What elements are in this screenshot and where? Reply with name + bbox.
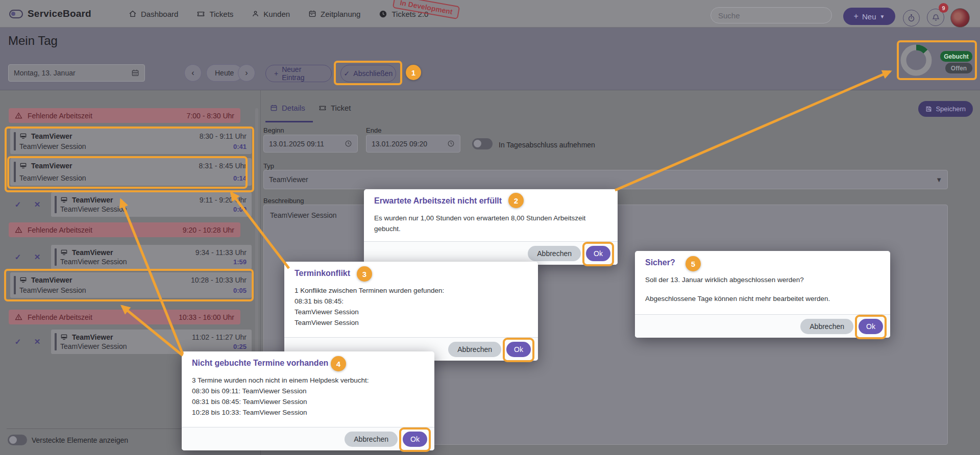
dialog-body: Es wurden nur 1,00 Stunden von erwartete… bbox=[364, 206, 596, 235]
session-title: TeamViewer bbox=[31, 276, 72, 284]
dialog-text: Es wurden nur 1,00 Stunden von erwartete… bbox=[374, 213, 586, 235]
session-time: 9:11 - 9:20 Uhr bbox=[200, 196, 247, 204]
active-tab-underline bbox=[265, 121, 313, 122]
list-item-session[interactable]: TeamViewer 9:11 - 9:20 Uhr TeamViewer Se… bbox=[51, 192, 252, 217]
type-select[interactable]: TeamViewer ▼ bbox=[263, 170, 948, 189]
dialog-conflict: Terminkonflikt 3 1 Konflikte zwischen Te… bbox=[284, 262, 538, 361]
today-button[interactable]: Heute bbox=[206, 64, 242, 82]
dialog-footer: Abbrechen Ok bbox=[182, 427, 434, 450]
cancel-button[interactable]: Abbrechen bbox=[345, 432, 398, 447]
list-item-missing-worktime[interactable]: Fehlende Arbeitszeit 10:33 - 16:00 Uhr bbox=[9, 310, 240, 324]
timer-button[interactable] bbox=[903, 10, 920, 27]
end-input[interactable]: 13.01.2025 09:20 bbox=[366, 135, 460, 153]
list-item-session[interactable]: TeamViewer 8:31 - 8:45 Uhr TeamViewer Se… bbox=[10, 158, 252, 186]
new-button-label: Neu bbox=[862, 12, 876, 21]
dialog-text: 1 Konflikte zwischen Terminen wurden gef… bbox=[295, 286, 528, 296]
session-subtitle: TeamViewer Session bbox=[60, 342, 127, 350]
dialog-title: Nicht gebuchte Termine vorhanden bbox=[182, 351, 434, 368]
chevron-down-icon: ▼ bbox=[936, 176, 942, 184]
dismiss-entry-icon[interactable]: ✕ bbox=[33, 200, 42, 209]
dialog-body: Soll der 13. Januar wirklich abgeschloss… bbox=[635, 267, 890, 305]
ok-button[interactable]: Ok bbox=[859, 319, 883, 334]
session-subtitle: TeamViewer Session bbox=[60, 205, 127, 213]
session-subtitle: TeamViewer Session bbox=[19, 142, 86, 150]
serviceboard-app: ServiceBoard Dashboard Tickets Kunden Ze… bbox=[0, 0, 980, 455]
nav-label: Kunden bbox=[263, 10, 290, 18]
chevron-down-icon: ▼ bbox=[879, 14, 885, 19]
floppy-icon bbox=[925, 106, 932, 112]
list-item-session[interactable]: TeamViewer 10:28 - 10:33 Uhr TeamViewer … bbox=[10, 272, 252, 298]
list-item-session[interactable]: TeamViewer 11:02 - 11:27 Uhr TeamViewer … bbox=[51, 330, 252, 354]
hidden-elements-toggle[interactable] bbox=[8, 435, 27, 445]
cancel-button[interactable]: Abbrechen bbox=[448, 342, 501, 357]
nav-item-zeitplanung[interactable]: Zeitplanung bbox=[308, 10, 360, 18]
navbar: ServiceBoard Dashboard Tickets Kunden Ze… bbox=[0, 0, 980, 28]
warning-time: 10:33 - 16:00 Uhr bbox=[179, 313, 234, 321]
nav-item-dashboard[interactable]: Dashboard bbox=[129, 10, 178, 18]
list-item-missing-worktime[interactable]: Fehlende Arbeitszeit 7:00 - 8:30 Uhr bbox=[9, 108, 240, 123]
session-time: 10:28 - 10:33 Uhr bbox=[191, 276, 247, 284]
save-button[interactable]: Speichern bbox=[918, 101, 973, 117]
cancel-button[interactable]: Abbrechen bbox=[528, 246, 581, 261]
dismiss-entry-icon[interactable]: ✕ bbox=[33, 252, 42, 262]
plus-icon: + bbox=[274, 69, 278, 78]
warning-icon bbox=[15, 226, 22, 234]
clock-filled-icon bbox=[379, 10, 387, 18]
monitor-icon bbox=[19, 162, 27, 169]
list-item-session-row: ✓ ✕ TeamViewer 9:11 - 9:20 Uhr TeamViewe… bbox=[13, 192, 252, 217]
session-subtitle: TeamViewer Session bbox=[19, 286, 86, 294]
tab-ticket[interactable]: Ticket bbox=[318, 104, 351, 112]
ok-button[interactable]: Ok bbox=[506, 342, 531, 357]
step-badge: 2 bbox=[508, 193, 524, 208]
date-picker-input[interactable]: Montag, 13. Januar bbox=[8, 64, 145, 82]
monitor-icon bbox=[60, 196, 68, 204]
person-icon bbox=[252, 10, 259, 18]
day-close-toggle[interactable] bbox=[472, 138, 493, 149]
begin-label: Beginn bbox=[263, 127, 284, 134]
avatar[interactable] bbox=[950, 8, 970, 28]
dialog-unbooked-appointments: Nicht gebuchte Termine vorhanden 4 3 Ter… bbox=[182, 351, 434, 450]
new-entry-button[interactable]: + Neuer Eintrag bbox=[265, 65, 332, 82]
confirm-entry-icon[interactable]: ✓ bbox=[13, 252, 22, 262]
today-label: Heute bbox=[215, 69, 234, 77]
search-input[interactable] bbox=[710, 7, 832, 23]
list-item-missing-worktime[interactable]: Fehlende Arbeitszeit 9:20 - 10:28 Uhr bbox=[9, 222, 240, 237]
dialog-text: 08:31 bis 08:45: TeamViewer Session bbox=[192, 397, 424, 408]
begin-input[interactable]: 13.01.2025 09:11 bbox=[263, 135, 358, 153]
session-time: 9:34 - 11:33 Uhr bbox=[195, 248, 247, 257]
new-button[interactable]: + Neu ▼ bbox=[843, 8, 895, 25]
prev-day-button[interactable]: ‹ bbox=[184, 64, 202, 82]
session-duration: 1:59 bbox=[233, 258, 247, 266]
dismiss-entry-icon[interactable]: ✕ bbox=[33, 337, 42, 346]
cancel-button[interactable]: Abbrechen bbox=[800, 319, 853, 334]
nav-item-tickets[interactable]: Tickets bbox=[197, 10, 233, 18]
next-day-button[interactable]: › bbox=[238, 64, 255, 82]
list-item-session[interactable]: TeamViewer 8:30 - 9:11 Uhr TeamViewer Se… bbox=[10, 129, 252, 154]
monitor-icon bbox=[60, 334, 68, 341]
close-day-button[interactable]: ✓ Abschließen bbox=[340, 65, 396, 82]
monitor-icon bbox=[19, 276, 27, 284]
list-item-session-row: ✓ ✕ TeamViewer 11:02 - 11:27 Uhr TeamVie… bbox=[13, 330, 252, 354]
list-item-session[interactable]: TeamViewer 9:34 - 11:33 Uhr TeamViewer S… bbox=[51, 245, 252, 269]
session-duration: 0:25 bbox=[233, 343, 247, 350]
nav-item-kunden[interactable]: Kunden bbox=[252, 10, 290, 18]
session-subtitle: TeamViewer Session bbox=[60, 258, 127, 266]
session-duration: 0:41 bbox=[233, 143, 247, 150]
tab-label: Details bbox=[282, 104, 305, 112]
legend-open-badge: Offen bbox=[945, 63, 972, 73]
session-duration: 0:05 bbox=[233, 287, 247, 294]
ok-button[interactable]: Ok bbox=[586, 246, 610, 261]
brand[interactable]: ServiceBoard bbox=[9, 0, 91, 28]
brand-name: ServiceBoard bbox=[28, 8, 91, 19]
calendar-icon bbox=[308, 10, 316, 18]
dialog-body: 3 Termine wurden noch nicht in einem Hel… bbox=[182, 368, 434, 418]
confirm-entry-icon[interactable]: ✓ bbox=[13, 337, 22, 346]
tab-details[interactable]: Details bbox=[270, 104, 305, 112]
monitor-icon bbox=[60, 249, 68, 256]
session-duration: 0:14 bbox=[233, 174, 247, 182]
hidden-elements-toggle-label: Versteckte Elemente anzeigen bbox=[32, 436, 128, 444]
confirm-entry-icon[interactable]: ✓ bbox=[13, 200, 22, 209]
session-title: TeamViewer bbox=[31, 132, 72, 140]
ok-button[interactable]: Ok bbox=[403, 432, 427, 447]
dialog-text: 08:31 bis 08:45: bbox=[295, 296, 528, 307]
